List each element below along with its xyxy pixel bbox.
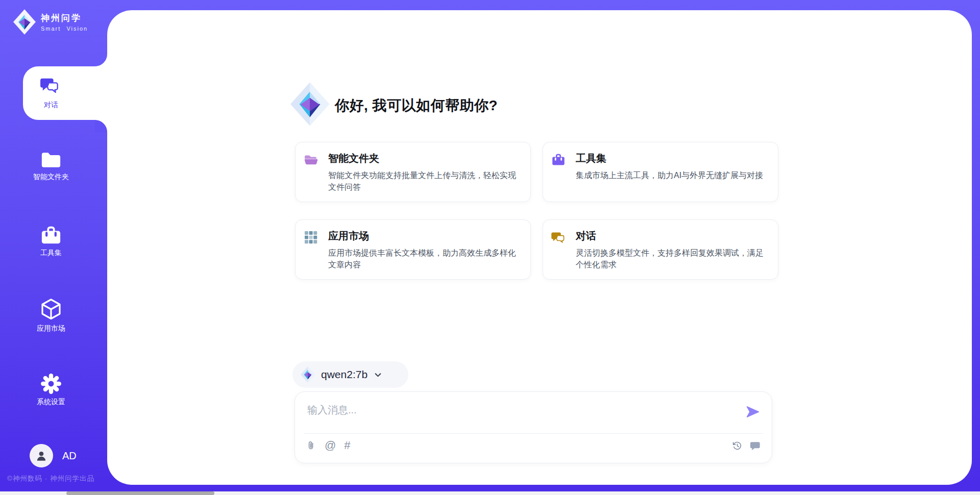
chat-icon	[551, 231, 566, 244]
greeting-title: 你好, 我可以如何帮助你?	[335, 96, 498, 115]
sidebar-item-label: 工具集	[40, 249, 62, 258]
sidebar-item-label: 应用市场	[37, 324, 65, 333]
card-chat[interactable]: 对话 灵活切换多模型文件，支持多样回复效果调试，满足个性化需求	[543, 219, 778, 280]
send-button[interactable]	[745, 404, 761, 419]
sidebar-item-toolset[interactable]: 工具集	[0, 225, 102, 258]
sidebar-item-chat-label: 对话	[0, 101, 102, 110]
sidebar-item-smart-folder[interactable]: 智能文件夹	[0, 151, 102, 182]
briefcase-icon	[551, 153, 566, 166]
tab-fillet-top	[95, 54, 107, 66]
history-button[interactable]	[732, 440, 743, 451]
card-smart-folder[interactable]: 智能文件夹 智能文件夹功能支持批量文件上传与清洗，轻松实现文件问答	[295, 142, 531, 202]
chevron-down-icon	[374, 370, 382, 379]
folder-open-icon	[304, 153, 318, 166]
card-title: 工具集	[576, 152, 770, 165]
folder-icon	[40, 151, 62, 169]
card-toolset[interactable]: 工具集 集成市场上主流工具，助力AI与外界无缝扩展与对接	[543, 142, 778, 202]
brand: 神州问学 Smart Vision	[13, 9, 88, 35]
sidebar-item-label: 智能文件夹	[33, 172, 69, 182]
message-input[interactable]	[307, 399, 716, 420]
footer-credit: ©神州数码 · 神州问学出品	[7, 474, 94, 483]
person-icon	[35, 449, 48, 462]
sidebar-item-app-market[interactable]: 应用市场	[0, 298, 102, 333]
hero-logo-icon	[290, 82, 329, 126]
cube-icon	[40, 298, 62, 321]
user-avatar[interactable]: AD	[30, 444, 77, 467]
sidebar-item-chat[interactable]	[23, 66, 108, 120]
message-composer: @ #	[295, 391, 772, 463]
briefcase-icon	[40, 225, 62, 245]
card-title: 对话	[576, 229, 770, 243]
user-name: AD	[62, 450, 77, 462]
at-icon[interactable]: @	[325, 440, 336, 451]
card-title: 智能文件夹	[328, 152, 522, 165]
grid-icon	[304, 231, 318, 244]
brand-logo-icon	[13, 9, 36, 35]
paperclip-icon	[306, 439, 316, 452]
model-logo-icon	[301, 366, 315, 383]
attach-button[interactable]	[306, 439, 316, 452]
hash-icon[interactable]: #	[344, 440, 350, 451]
horizontal-scrollbar-thumb[interactable]	[66, 491, 214, 495]
sidebar-item-label: 系统设置	[37, 398, 65, 407]
card-description: 集成市场上主流工具，助力AI与外界无缝扩展与对接	[576, 169, 769, 181]
send-icon	[745, 404, 761, 419]
brand-name: 神州问学	[41, 12, 88, 24]
brand-subtitle: Smart Vision	[41, 26, 88, 32]
chat-icon	[40, 76, 60, 94]
chat-icon	[750, 440, 762, 452]
chat-list-button[interactable]	[750, 440, 762, 452]
model-selector[interactable]: qwen2:7b	[292, 361, 408, 388]
composer-divider	[304, 433, 763, 434]
card-description: 智能文件夹功能支持批量文件上传与清洗，轻松实现文件问答	[328, 169, 521, 193]
card-description: 应用市场提供丰富长文本模板，助力高效生成多样化文章内容	[328, 247, 521, 270]
card-app-market[interactable]: 应用市场 应用市场提供丰富长文本模板，助力高效生成多样化文章内容	[295, 219, 531, 280]
card-title: 应用市场	[328, 229, 522, 243]
avatar	[30, 444, 53, 467]
card-description: 灵活切换多模型文件，支持多样回复效果调试，满足个性化需求	[576, 247, 769, 270]
history-icon	[732, 440, 743, 451]
gear-icon	[40, 373, 62, 394]
tab-fillet-bottom	[95, 120, 107, 132]
model-name: qwen2:7b	[321, 368, 368, 381]
sidebar-item-settings[interactable]: 系统设置	[0, 373, 102, 407]
